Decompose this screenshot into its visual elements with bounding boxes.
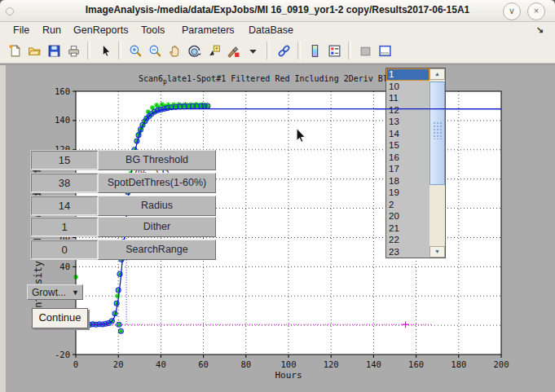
menu-database[interactable]: DataBase [246,24,296,37]
scrollbar-grip [433,121,443,139]
arrow-cursor-icon[interactable] [95,41,114,60]
menu-file[interactable]: File [11,24,32,37]
menu-run[interactable]: Run [40,24,64,37]
button-searchrange[interactable]: SearchRange [98,240,216,260]
edit-field-bg-threshold[interactable]: 15 [31,151,98,170]
toolbar-separator [266,42,270,59]
list-item-14[interactable]: 14 [386,128,429,140]
brush-icon[interactable] [223,41,243,60]
button-radius[interactable]: Radius [98,196,216,216]
edit-field-dither[interactable]: 1 [31,218,98,236]
list-item-17[interactable]: 17 [386,163,429,175]
scroll-up-icon[interactable]: ▲ [429,68,445,80]
window-title: ImageAnalysis-/media/data/ExpJobs/MI 16_… [0,4,555,15]
list-item-15[interactable]: 15 [386,139,429,152]
menu-tools[interactable]: Tools [139,24,167,37]
button-spotdetthres-1-60-[interactable]: SpotDetThres(1-60%) [98,173,216,193]
edit-field-searchrange[interactable]: 0 [31,240,98,259]
list-item-1[interactable]: 1 [386,68,429,81]
list-item-18[interactable]: 18 [386,175,429,187]
window-left-border [0,65,6,392]
menu-parameters[interactable]: Parameters [179,24,237,37]
continue-button[interactable]: Continue [32,308,88,328]
spot-number-listbox[interactable]: 110111213141516171819220212223 ▲ ▼ [385,68,446,258]
data-cursor-icon[interactable] [204,41,223,60]
list-item-2[interactable]: 2 [386,199,429,211]
scroll-down-icon[interactable]: ▼ [429,246,445,258]
save-icon[interactable] [44,41,64,60]
app-window: ImageAnalysis-/media/data/ExpJobs/MI 16_… [0,0,555,392]
legend-icon[interactable] [324,41,344,60]
list-item-10[interactable]: 10 [386,81,429,93]
growth-dropdown[interactable]: Growt... ▼ [27,284,83,300]
link-plots-icon[interactable] [274,41,293,60]
open-folder-icon[interactable] [24,41,44,60]
rotate-3d-icon[interactable] [184,41,204,60]
print-icon[interactable] [64,41,83,60]
scrollbar-thumb[interactable] [429,81,445,185]
list-item-23[interactable]: 23 [386,246,429,258]
list-item-12[interactable]: 12 [386,104,429,117]
plot-title: Scan6plate1-Spot#1 Filtered Red Includin… [139,74,393,86]
insert-disabled-icon[interactable] [355,41,375,60]
colorbar-icon[interactable] [305,41,324,60]
titlebar: ImageAnalysis-/media/data/ExpJobs/MI 16_… [0,0,555,22]
button-dither[interactable]: Dither [98,217,216,237]
dock-figure-icon[interactable] [375,41,394,60]
chevron-down-icon: ▼ [72,285,79,300]
edit-field-spotdetthres-1-60-[interactable]: 38 [31,174,98,192]
zoom-in-icon[interactable] [126,41,145,60]
toolbar [0,38,555,64]
list-item-22[interactable]: 22 [386,234,429,246]
zoom-out-icon[interactable] [145,41,165,60]
menu-genreports[interactable]: GenReports [71,24,130,37]
button-bg-threshold[interactable]: BG Threshold [98,150,216,170]
list-item-20[interactable]: 20 [386,210,429,222]
pan-hand-icon[interactable] [165,41,184,60]
menu-overflow-icon[interactable]: ↘ [536,24,544,35]
list-item-16[interactable]: 16 [386,152,429,164]
toolbar-separator [297,42,301,59]
toolbar-separator [348,42,351,59]
edit-field-radius[interactable]: 14 [31,196,98,215]
list-item-21[interactable]: 21 [386,222,429,235]
listbox-scrollbar[interactable]: ▲ ▼ [429,68,445,258]
list-item-13[interactable]: 13 [386,116,429,128]
minimize-button[interactable]: ∨ [503,2,521,20]
list-item-19[interactable]: 19 [386,187,429,199]
toolbar-separator [87,42,90,59]
brush-dropdown-icon[interactable] [243,41,262,60]
close-button[interactable]: × [527,2,545,20]
list-item-11[interactable]: 11 [386,92,429,104]
toolbar-separator [118,42,121,59]
menubar: ↘ FileRunGenReportsToolsParametersDataBa… [0,22,555,38]
new-document-icon[interactable] [5,41,24,60]
